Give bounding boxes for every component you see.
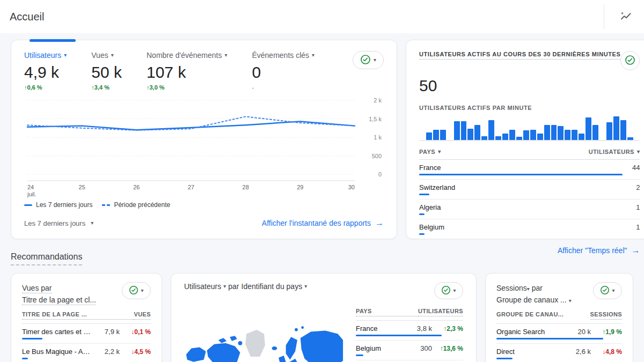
metric-selector-vues[interactable]: Vues▾ (91, 51, 122, 60)
svg-text:29: 29 (297, 184, 303, 190)
channels-table: Organic Search20 k↑1,9 %Direct2,6 k↓4,8 … (496, 324, 622, 362)
minute-bar (454, 121, 460, 140)
date-range-selector[interactable]: Les 7 derniers jours ▾ (24, 219, 93, 227)
insight-status-button[interactable] (620, 51, 640, 70)
legend-label: Période précédente (114, 201, 170, 209)
metric-label-text: Événements clés (252, 51, 309, 60)
check-circle-icon (360, 54, 371, 67)
check-circle-icon (600, 285, 610, 297)
metric-change: ↑0,6 % (24, 84, 67, 91)
country-label: Belgium (419, 223, 612, 231)
chevron-down-icon: ▾ (91, 220, 93, 226)
metric-selector-nombre-d-v-nements[interactable]: Nombre d'événements▾ (147, 51, 227, 60)
insight-status-dropdown[interactable]: ▾ (593, 282, 622, 299)
metric-selector-utilisateurs[interactable]: Utilisateurs▾ (24, 51, 67, 60)
column-header: SESSIONS (590, 311, 622, 320)
country-label: Switzerland (419, 183, 612, 191)
value-bar (419, 194, 429, 195)
minute-bar (495, 136, 501, 140)
realtime-title: UTILISATEURS ACTIFS AU COURS DES 30 DERN… (419, 51, 620, 60)
check-circle-icon (441, 285, 451, 297)
row-label: Le Bus Magique - Ac... (22, 348, 92, 356)
table-row: Belgium1 (419, 219, 640, 239)
table-row: Le Bus Magique - Ac...2,2 k↓4,5 % (22, 344, 151, 362)
metric-value: 0 (252, 63, 314, 82)
column-header: GROUPE DE CANAU... (496, 311, 590, 320)
insight-status-dropdown[interactable]: ▾ (353, 51, 384, 69)
metric-change: ↑3,0 % (147, 84, 227, 91)
metric-vues: Vues▾50 k↑3,4 % (91, 51, 122, 91)
check-circle-icon (129, 285, 138, 297)
value-bar (496, 338, 603, 339)
chevron-down-icon: ▾ (569, 298, 572, 304)
reports-snapshot-link[interactable]: Afficher l'instantané des rapports → (262, 218, 384, 228)
chevron-down-icon: ▾ (453, 288, 456, 293)
users-value: 44 (612, 164, 640, 172)
arrow-right-icon: → (631, 246, 640, 255)
row-change: ↓0,1 % (120, 328, 151, 336)
insight-status-dropdown[interactable]: ▾ (434, 282, 463, 299)
minute-bar (586, 117, 591, 140)
insight-status-dropdown[interactable]: ▾ (122, 282, 151, 299)
main-content: Utilisateurs▾4,9 k↑0,6 %Vues▾50 k↑3,4 %N… (0, 33, 644, 362)
column-header: UTILISATEURS (418, 308, 463, 316)
metric-label-text: Vues (91, 51, 108, 60)
minute-bar (592, 125, 598, 140)
row-value: 3,8 k (404, 324, 432, 333)
metric-selector--v-nements-cl-s[interactable]: Événements clés▾ (252, 51, 314, 60)
row-label: Timer des cartes et d... (22, 328, 92, 336)
dimension-selector[interactable]: Groupe de canaux ... (496, 295, 567, 304)
country-label: Algeria (419, 203, 612, 211)
insights-button[interactable] (615, 6, 636, 27)
metric-selector[interactable]: Utilisateurs (184, 282, 221, 291)
chevron-down-icon: ▾ (438, 149, 441, 154)
solid-line-swatch (24, 204, 32, 206)
svg-text:25: 25 (79, 184, 85, 190)
legend-current-period: Les 7 derniers jours (24, 201, 92, 209)
countries-table: France3,8 k↑2,3 %Belgium300↑13,6 % (356, 321, 463, 360)
dimension-selector[interactable]: Identifiant du pays (241, 282, 303, 291)
overview-card: Utilisateurs▾4,9 k↑0,6 %Vues▾50 k↑3,4 %N… (11, 40, 397, 239)
minute-bar (572, 130, 577, 140)
minute-bar (516, 137, 522, 140)
value-bar (22, 358, 28, 359)
metric-utilisateurs: Utilisateurs▾4,9 k↑0,6 % (24, 51, 67, 91)
card-title[interactable]: Vues par Titre de la page et cl... (22, 282, 96, 306)
chevron-down-icon: ▾ (637, 149, 640, 154)
row-label: Belgium (356, 344, 404, 352)
minute-bar (509, 130, 515, 140)
chevron-down-icon: ▾ (224, 53, 227, 58)
metric-selector[interactable]: Sessions (496, 284, 527, 292)
insights-icon (619, 10, 632, 24)
country-label: France (419, 164, 612, 172)
users-by-country-card: Utilisateurs▾ par Identifiant du pays▾ ▾ (171, 273, 477, 362)
row-label: Organic Search (496, 328, 563, 336)
row-label: Direct (496, 348, 563, 356)
value-bar (496, 358, 513, 359)
sessions-by-channel-card: Sessions▾ par Groupe de canaux ... ▾ ▾ G… (485, 273, 633, 362)
metric-nombre-d-v-nements: Nombre d'événements▾107 k↑3,0 % (147, 51, 227, 91)
svg-text:0: 0 (378, 171, 382, 178)
metric-value: 50 k (91, 63, 122, 82)
minute-bar (433, 130, 439, 140)
realtime-report-link[interactable]: Afficher "Temps réel" → (419, 246, 640, 255)
metric-change: ↑3,4 % (91, 84, 122, 91)
users-trend-chart: 2 k1,5 k1 k500024juil.252627282930 (24, 93, 384, 200)
svg-text:juil.: juil. (27, 191, 36, 197)
value-bar (356, 354, 363, 356)
minute-bar (551, 125, 557, 140)
column-header: PAYS (356, 308, 418, 316)
minute-bar (474, 125, 480, 140)
row-value: 300 (404, 344, 432, 352)
chevron-down-icon: ▾ (141, 288, 143, 293)
users-column-header[interactable]: UTILISATEURS ▾ (589, 149, 640, 155)
minute-bar (530, 130, 536, 140)
table-row: Organic Search20 k↑1,9 % (496, 324, 622, 344)
chevron-down-icon: ▾ (312, 53, 314, 58)
chevron-down-icon: ▾ (304, 284, 307, 289)
svg-text:1,5 k: 1,5 k (369, 116, 382, 122)
metric-value: 4,9 k (24, 63, 67, 82)
chevron-down-icon: ▾ (374, 57, 376, 63)
country-column-header[interactable]: PAYS ▾ (419, 149, 441, 155)
table-row: Direct2,6 k↓4,8 % (496, 344, 622, 362)
